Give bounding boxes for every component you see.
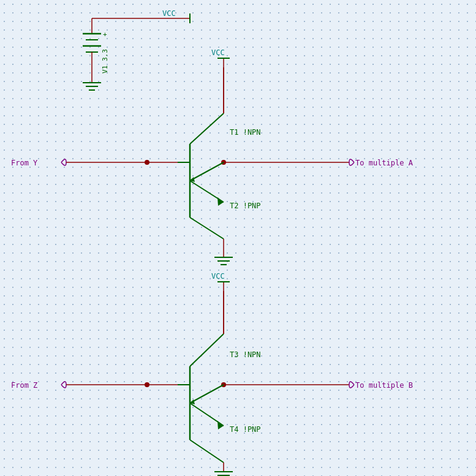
t1-label: T1 !NPN [230,128,261,137]
svg-line-20 [190,113,224,144]
svg-line-50 [190,385,224,403]
svg-text:+: + [103,31,107,39]
t2-label: T2 !PNP [230,202,261,210]
vcc2-label: VCC [211,48,225,57]
to-a-label: To multiple A [355,159,414,167]
t4-label: T4 !PNP [230,425,261,434]
from-y-label: From Y [11,159,38,167]
from-z-label: From Z [11,381,37,390]
svg-text:V1 3.3: V1 3.3 [101,49,109,74]
t3-label: T3 !NPN [230,350,261,359]
svg-line-28 [190,162,224,181]
to-b-label: To multiple B [355,381,413,390]
vcc3-label: VCC [211,272,225,281]
svg-line-29 [190,217,224,239]
svg-line-51 [190,440,224,463]
vcc1-label: VCC [162,9,176,18]
svg-marker-23 [217,197,224,206]
svg-marker-45 [217,421,224,429]
svg-line-42 [190,334,224,366]
